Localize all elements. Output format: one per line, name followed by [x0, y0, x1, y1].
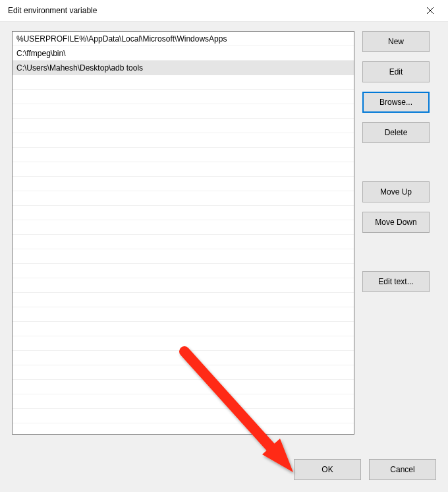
- window-title: Edit environment variable: [8, 6, 97, 15]
- path-row[interactable]: [13, 148, 354, 162]
- bottom-buttons: OK Cancel: [294, 459, 436, 480]
- path-row[interactable]: [13, 365, 354, 380]
- path-row[interactable]: [13, 278, 354, 293]
- content-row: %USERPROFILE%\AppData\Local\Microsoft\Wi…: [12, 31, 436, 435]
- new-button[interactable]: New: [362, 31, 430, 52]
- path-row[interactable]: [13, 191, 354, 206]
- close-button[interactable]: [418, 1, 443, 20]
- cancel-button[interactable]: Cancel: [369, 459, 436, 480]
- path-row[interactable]: [13, 75, 354, 90]
- path-row[interactable]: [13, 322, 354, 336]
- path-row[interactable]: %USERPROFILE%\AppData\Local\Microsoft\Wi…: [13, 32, 354, 46]
- path-row[interactable]: [13, 293, 354, 307]
- edit-button[interactable]: Edit: [362, 61, 430, 82]
- path-row[interactable]: [13, 336, 354, 351]
- svg-marker-3: [262, 439, 293, 472]
- delete-button[interactable]: Delete: [362, 122, 430, 143]
- path-row[interactable]: [13, 380, 354, 394]
- path-row[interactable]: [13, 409, 354, 423]
- path-row[interactable]: [13, 351, 354, 365]
- path-row[interactable]: [13, 177, 354, 191]
- path-row[interactable]: [13, 394, 354, 409]
- path-row[interactable]: [13, 307, 354, 322]
- path-row[interactable]: [13, 119, 354, 133]
- path-row[interactable]: [13, 206, 354, 220]
- move-down-button[interactable]: Move Down: [362, 212, 430, 233]
- path-row[interactable]: [13, 220, 354, 235]
- edit-text-button[interactable]: Edit text...: [362, 271, 430, 292]
- ok-button[interactable]: OK: [294, 459, 361, 480]
- path-row[interactable]: [13, 235, 354, 249]
- path-row[interactable]: [13, 264, 354, 278]
- path-row[interactable]: [13, 104, 354, 119]
- move-up-button[interactable]: Move Up: [362, 181, 430, 202]
- path-row[interactable]: [13, 249, 354, 264]
- dialog-body: %USERPROFILE%\AppData\Local\Microsoft\Wi…: [0, 21, 448, 492]
- path-row[interactable]: [13, 90, 354, 104]
- path-listbox[interactable]: %USERPROFILE%\AppData\Local\Microsoft\Wi…: [12, 31, 354, 435]
- path-row[interactable]: [13, 133, 354, 148]
- browse-button[interactable]: Browse...: [362, 92, 430, 113]
- path-row[interactable]: C:\Users\Mahesh\Desktop\adb tools: [13, 61, 354, 75]
- path-row[interactable]: [13, 162, 354, 177]
- titlebar: Edit environment variable: [0, 0, 448, 21]
- close-icon: [426, 7, 434, 15]
- path-row[interactable]: C:\ffmpeg\bin\: [13, 46, 354, 61]
- side-buttons: New Edit Browse... Delete Move Up Move D…: [362, 31, 430, 435]
